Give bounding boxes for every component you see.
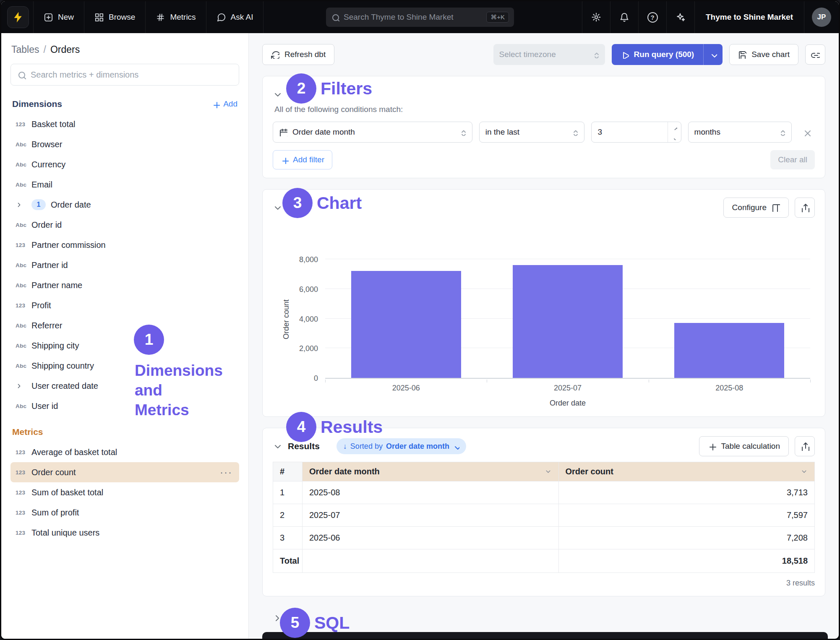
metric-item-total-unique-users[interactable]: 123Total unique users (10, 523, 239, 543)
text-type-icon: Abc (16, 262, 31, 268)
run-query-dropdown-button[interactable] (703, 44, 723, 65)
dimension-item-shipping-city[interactable]: AbcShipping city (10, 336, 239, 356)
number-type-icon: 123 (16, 242, 31, 248)
metric-value-cell[interactable]: 7,597 (558, 504, 815, 527)
dimension-value-cell[interactable]: 2025-06 (303, 527, 559, 549)
item-label: Currency (31, 160, 234, 169)
dimension-item-partner-name[interactable]: AbcPartner name (10, 275, 239, 295)
settings-button[interactable] (582, 1, 610, 33)
fields-search[interactable] (10, 64, 239, 86)
dimension-item-referrer[interactable]: AbcReferrer (10, 315, 239, 336)
help-button[interactable]: ? (638, 1, 666, 33)
nav-item-new[interactable]: New (34, 1, 84, 33)
collapse-results-button[interactable] (273, 442, 282, 451)
column-header-[interactable]: # (273, 462, 303, 481)
dimension-item-basket-total[interactable]: 123Basket total (10, 114, 239, 134)
chevron-down-icon[interactable] (801, 468, 808, 475)
dimension-item-currency[interactable]: AbcCurrency (10, 154, 239, 174)
query-toolbar: Refresh dbt Select timezone Run query (5… (262, 44, 825, 65)
user-avatar[interactable]: JP (812, 8, 831, 27)
bell-icon (619, 12, 629, 22)
stepper-down-button[interactable] (668, 132, 681, 142)
fields-search-input[interactable] (31, 70, 232, 80)
dimension-item-partner-commission[interactable]: 123Partner commission (10, 235, 239, 255)
dimension-item-partner-id[interactable]: AbcPartner id (10, 255, 239, 275)
column-header-order-date-month[interactable]: Order date month (303, 462, 559, 481)
metrics-title: Metrics (12, 427, 237, 437)
run-query-button-group: Run query (500) (612, 44, 723, 65)
expand-sql-button[interactable] (272, 613, 282, 622)
add-dimension-button[interactable]: Add (212, 99, 237, 109)
dimension-item-user-created-date[interactable]: User created date (10, 376, 239, 396)
text-type-icon: Abc (16, 141, 31, 148)
ai-assistant-button[interactable] (666, 1, 694, 33)
text-type-icon: Abc (16, 161, 31, 168)
project-name[interactable]: Thyme to Shine Market (694, 1, 804, 33)
nav-item-metrics[interactable]: Metrics (146, 1, 206, 33)
dimension-item-profit[interactable]: 123Profit (10, 295, 239, 315)
configure-chart-button[interactable]: Configure (723, 198, 789, 218)
filter-value-input[interactable]: 3 (591, 122, 681, 143)
chevron-down-icon[interactable] (545, 468, 552, 475)
column-header-label: Order date month (309, 467, 380, 476)
dimension-value-cell[interactable]: 2025-08 (303, 481, 559, 504)
add-filter-button[interactable]: Add filter (273, 150, 332, 169)
close-icon (803, 128, 811, 136)
app-logo[interactable] (7, 6, 29, 28)
dimension-item-shipping-country[interactable]: AbcShipping country (10, 356, 239, 376)
nav-item-browse[interactable]: Browse (84, 1, 146, 33)
dimension-value-cell[interactable]: 2025-07 (303, 504, 559, 527)
filter-unit-select[interactable]: months (688, 122, 792, 143)
run-query-button[interactable]: Run query (500) (612, 44, 704, 65)
timezone-select[interactable]: Select timezone (493, 44, 605, 65)
metric-value-cell[interactable]: 7,208 (558, 527, 815, 549)
sorted-by-pill[interactable]: ↓ Sorted by Order date month (337, 438, 466, 454)
metric-item-average-of-basket-total[interactable]: 123Average of basket total (10, 442, 239, 462)
table-calculation-button[interactable]: Table calculation (699, 436, 789, 456)
filter-field-select[interactable]: Order date month (273, 122, 472, 143)
dimension-item-browser[interactable]: AbcBrowser (10, 134, 239, 154)
total-row: Total18,518 (273, 549, 815, 573)
stepper-up-button[interactable] (668, 122, 681, 132)
metric-value-cell[interactable]: 3,713 (558, 481, 815, 504)
breadcrumb-tables-link[interactable]: Tables (11, 44, 39, 55)
chart-bar[interactable] (674, 323, 784, 378)
filter-operator-select[interactable]: in the last (479, 122, 584, 143)
plus-icon (281, 156, 289, 164)
filters-card-header (273, 85, 815, 104)
row-index-cell: 3 (273, 527, 303, 549)
item-label: Order date (51, 200, 234, 210)
chevron-right-icon (16, 382, 31, 390)
chart-bar[interactable] (351, 271, 461, 378)
share-link-button[interactable] (805, 44, 825, 65)
more-options-icon[interactable]: ··· (220, 466, 234, 478)
global-search[interactable]: ⌘+K (326, 8, 514, 27)
x-tick-label: 2025-07 (487, 384, 648, 393)
notifications-button[interactable] (610, 1, 638, 33)
dimension-item-user-id[interactable]: AbcUser id (10, 396, 239, 416)
refresh-dbt-button[interactable]: Refresh dbt (262, 44, 334, 65)
global-search-input[interactable] (344, 13, 482, 22)
number-type-icon: 123 (16, 121, 31, 127)
share-icon (801, 442, 809, 451)
dimension-item-email[interactable]: AbcEmail (10, 174, 239, 195)
column-header-order-count[interactable]: Order count (558, 462, 815, 481)
chart-card-header: Configure (273, 198, 815, 217)
chart-bar[interactable] (513, 265, 623, 378)
collapse-filters-button[interactable] (273, 90, 282, 99)
explore-sidebar: Tables / Orders Dimensions Add 123Basket… (1, 33, 249, 639)
nav-item-askai[interactable]: Ask AI (206, 1, 264, 33)
export-chart-button[interactable] (795, 198, 815, 218)
metric-item-sum-of-profit[interactable]: 123Sum of profit (10, 502, 239, 523)
export-results-button[interactable] (795, 436, 815, 456)
filter-row: Order date month in the last 3 months (273, 122, 815, 143)
dimension-item-order-date[interactable]: 1Order date (10, 195, 239, 215)
clear-all-button[interactable]: Clear all (770, 150, 815, 169)
metric-item-order-count[interactable]: 123Order count··· (10, 462, 239, 482)
save-chart-button[interactable]: Save chart (729, 44, 798, 65)
collapse-chart-button[interactable] (273, 203, 282, 212)
refresh-icon (271, 50, 279, 59)
remove-filter-button[interactable] (798, 124, 815, 140)
dimension-item-order-id[interactable]: AbcOrder id (10, 215, 239, 235)
metric-item-sum-of-basket-total[interactable]: 123Sum of basket total (10, 482, 239, 502)
